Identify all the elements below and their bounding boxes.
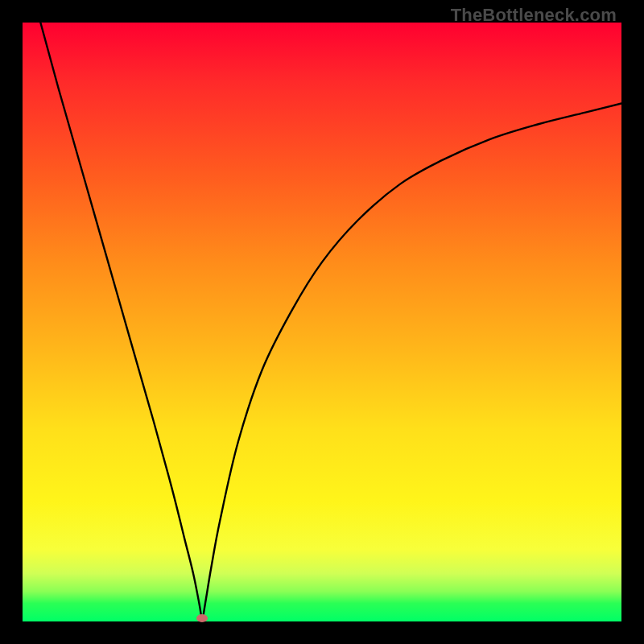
plot-area <box>23 23 621 621</box>
optimal-point-marker <box>196 614 208 622</box>
chart-frame: TheBottleneck.com <box>0 0 644 644</box>
curve-svg <box>23 23 621 621</box>
bottleneck-curve <box>40 23 621 618</box>
